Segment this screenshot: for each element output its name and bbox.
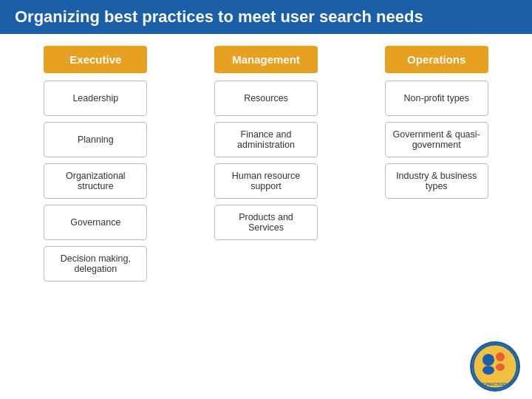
column-management: Management Resources Finance and adminis… (185, 46, 347, 240)
svg-point-2 (496, 352, 505, 361)
header-title: Organizing best practices to meet user s… (15, 7, 423, 26)
logo-area: BEST PRACTICES WIN (470, 341, 520, 392)
main-content: Executive Leadership Planning Organizati… (0, 34, 532, 293)
list-item: Planning (44, 122, 147, 157)
col-header-management: Management (214, 46, 318, 73)
col-header-executive: Executive (44, 46, 147, 73)
svg-point-3 (482, 366, 494, 375)
list-item: Governance (44, 205, 147, 240)
list-item: Finance and administration (214, 122, 318, 157)
management-items: Resources Finance and administration Hum… (185, 81, 347, 240)
page-header: Organizing best practices to meet user s… (0, 0, 532, 34)
svg-point-4 (496, 364, 505, 371)
list-item: Products and Services (214, 205, 318, 240)
column-operations: Operations Non-profit types Government &… (355, 46, 517, 199)
list-item: Industry & business types (385, 163, 488, 199)
operations-items: Non-profit types Government & quasi-gove… (355, 81, 517, 199)
column-executive: Executive Leadership Planning Organizati… (15, 46, 177, 282)
col-header-operations: Operations (385, 46, 488, 73)
list-item: Leadership (44, 81, 147, 116)
brand-logo: BEST PRACTICES WIN (470, 341, 520, 392)
page-wrapper: Organizing best practices to meet user s… (0, 0, 532, 399)
list-item: Resources (214, 81, 318, 116)
svg-text:BEST PRACTICES WIN: BEST PRACTICES WIN (475, 382, 516, 386)
list-item: Government & quasi-government (385, 122, 488, 157)
svg-point-1 (482, 354, 494, 366)
list-item: Human resource support (214, 163, 318, 199)
executive-items: Leadership Planning Organizational struc… (15, 81, 177, 282)
list-item: Decision making, delegation (44, 246, 147, 282)
list-item: Organizational structure (44, 163, 147, 199)
list-item: Non-profit types (385, 81, 488, 116)
logo-svg: BEST PRACTICES WIN (472, 344, 518, 389)
